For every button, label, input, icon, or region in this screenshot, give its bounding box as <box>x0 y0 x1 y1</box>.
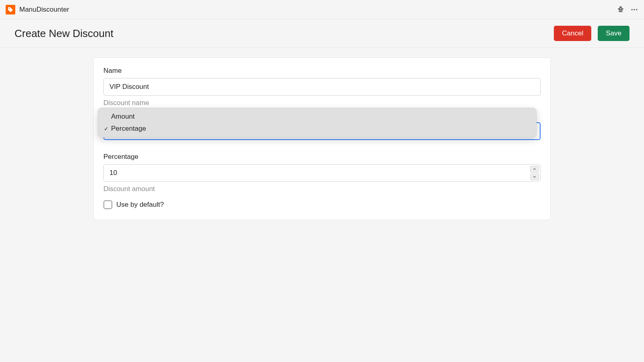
topbar: ManuDiscounter <box>0 0 644 19</box>
percentage-input[interactable] <box>103 164 541 182</box>
svg-point-3 <box>634 9 635 10</box>
type-option-percentage[interactable]: ✓ Percentage <box>98 123 536 135</box>
name-label: Name <box>103 67 541 75</box>
use-default-label: Use by default? <box>116 201 164 209</box>
cancel-button[interactable]: Cancel <box>554 26 591 41</box>
app-tag-icon <box>6 5 15 14</box>
check-icon: ✓ <box>103 125 109 132</box>
name-input[interactable] <box>103 78 541 96</box>
discount-form-card: Name Discount name Amount ✓ Percentage P… <box>93 58 551 220</box>
svg-point-0 <box>9 8 10 8</box>
more-icon[interactable] <box>630 6 638 14</box>
topbar-right <box>617 6 638 14</box>
step-down-button[interactable] <box>530 173 539 180</box>
percentage-stepper <box>530 166 539 180</box>
type-option-amount[interactable]: Amount <box>98 111 536 123</box>
name-help: Discount name <box>103 99 541 107</box>
topbar-left: ManuDiscounter <box>6 5 69 14</box>
page-title: Create New Discount <box>14 27 114 40</box>
svg-point-4 <box>636 9 637 10</box>
use-default-row: Use by default? <box>103 200 541 209</box>
type-dropdown-panel: Amount ✓ Percentage <box>98 108 537 138</box>
svg-point-2 <box>632 9 633 10</box>
action-buttons: Cancel Save <box>554 26 630 41</box>
type-option-label: Percentage <box>111 125 146 133</box>
type-option-label: Amount <box>111 113 135 121</box>
pin-icon[interactable] <box>617 6 625 14</box>
percentage-input-wrap <box>103 164 541 182</box>
save-button[interactable]: Save <box>598 26 630 41</box>
name-group: Name Discount name <box>103 67 541 107</box>
use-default-checkbox[interactable] <box>103 200 112 209</box>
step-up-button[interactable] <box>530 166 539 173</box>
percentage-help: Discount amount <box>103 185 541 193</box>
percentage-label: Percentage <box>103 153 541 161</box>
app-title: ManuDiscounter <box>19 6 69 14</box>
actionbar: Create New Discount Cancel Save <box>0 19 644 48</box>
percentage-group: Percentage Discount amount <box>103 153 541 193</box>
form-area: Name Discount name Amount ✓ Percentage P… <box>0 48 644 220</box>
